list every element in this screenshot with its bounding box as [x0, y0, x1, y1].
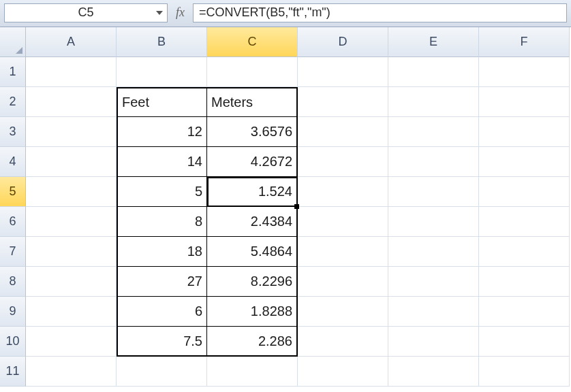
- cell-a10[interactable]: [26, 327, 117, 357]
- cell-c2[interactable]: Meters: [207, 87, 298, 117]
- cell-b2[interactable]: Feet: [117, 87, 207, 117]
- cell-d6[interactable]: [298, 207, 388, 237]
- cell-d9[interactable]: [298, 297, 388, 327]
- cell-b8[interactable]: 27: [117, 267, 207, 297]
- cell-c4[interactable]: 4.2672: [207, 147, 298, 177]
- row-head-7[interactable]: 7: [0, 237, 26, 267]
- row-head-4[interactable]: 4: [0, 147, 26, 177]
- select-all-corner[interactable]: [0, 27, 26, 57]
- cell-d2[interactable]: [298, 87, 388, 117]
- cell-c10[interactable]: 2.286: [207, 327, 298, 357]
- cell-f2[interactable]: [479, 87, 570, 117]
- formula-buttons: fx: [173, 5, 187, 20]
- fill-handle[interactable]: [294, 204, 299, 209]
- formula-text: =CONVERT(B5,"ft","m"): [199, 5, 330, 20]
- cell-c11[interactable]: [207, 357, 298, 387]
- cell-text: 2.4384: [251, 214, 292, 229]
- cell-d4[interactable]: [298, 147, 388, 177]
- cell-a1[interactable]: [26, 57, 117, 87]
- cell-e8[interactable]: [388, 267, 479, 297]
- cell-a8[interactable]: [26, 267, 117, 297]
- cell-e3[interactable]: [388, 117, 479, 147]
- row-head-2[interactable]: 2: [0, 87, 26, 117]
- fx-icon[interactable]: fx: [173, 5, 187, 20]
- formula-input[interactable]: =CONVERT(B5,"ft","m"): [193, 3, 567, 22]
- col-head-f[interactable]: F: [479, 27, 570, 57]
- cell-b11[interactable]: [117, 357, 207, 387]
- row-head-9[interactable]: 9: [0, 297, 26, 327]
- cell-d1[interactable]: [298, 57, 388, 87]
- cell-f11[interactable]: [479, 357, 570, 387]
- cell-a6[interactable]: [26, 207, 117, 237]
- cell-f7[interactable]: [479, 237, 570, 267]
- cell-e5[interactable]: [388, 177, 479, 207]
- cell-c7[interactable]: 5.4864: [207, 237, 298, 267]
- cell-b9[interactable]: 6: [117, 297, 207, 327]
- col-head-e[interactable]: E: [388, 27, 479, 57]
- cell-text: 27: [187, 274, 202, 289]
- cell-e6[interactable]: [388, 207, 479, 237]
- cell-f10[interactable]: [479, 327, 570, 357]
- cell-d10[interactable]: [298, 327, 388, 357]
- cell-f5[interactable]: [479, 177, 570, 207]
- cell-b5[interactable]: 5: [117, 177, 207, 207]
- cell-b4[interactable]: 14: [117, 147, 207, 177]
- cell-text: Meters: [211, 95, 253, 110]
- cell-a2[interactable]: [26, 87, 117, 117]
- cell-e1[interactable]: [388, 57, 479, 87]
- col-head-a[interactable]: A: [26, 27, 117, 57]
- cell-f4[interactable]: [479, 147, 570, 177]
- cell-a5[interactable]: [26, 177, 117, 207]
- cell-d3[interactable]: [298, 117, 388, 147]
- cell-text: 4.2672: [251, 154, 292, 169]
- row-head-10[interactable]: 10: [0, 327, 26, 357]
- cell-c5[interactable]: 1.524: [207, 177, 298, 207]
- cell-d5[interactable]: [298, 177, 388, 207]
- cell-text: 18: [187, 244, 202, 259]
- name-box-value: C5: [78, 5, 93, 20]
- cell-e10[interactable]: [388, 327, 479, 357]
- cell-f9[interactable]: [479, 297, 570, 327]
- col-head-d[interactable]: D: [298, 27, 388, 57]
- cell-e2[interactable]: [388, 87, 479, 117]
- cell-a4[interactable]: [26, 147, 117, 177]
- cell-b7[interactable]: 18: [117, 237, 207, 267]
- cell-f3[interactable]: [479, 117, 570, 147]
- cell-d11[interactable]: [298, 357, 388, 387]
- row-head-11[interactable]: 11: [0, 357, 26, 387]
- cell-f6[interactable]: [479, 207, 570, 237]
- row-head-1[interactable]: 1: [0, 57, 26, 87]
- cell-c9[interactable]: 1.8288: [207, 297, 298, 327]
- cell-a3[interactable]: [26, 117, 117, 147]
- cell-b3[interactable]: 12: [117, 117, 207, 147]
- row-head-6[interactable]: 6: [0, 207, 26, 237]
- cell-text: 8.2296: [251, 274, 292, 289]
- cell-e7[interactable]: [388, 237, 479, 267]
- cell-text: 3.6576: [251, 124, 292, 140]
- cell-f8[interactable]: [479, 267, 570, 297]
- cell-e4[interactable]: [388, 147, 479, 177]
- cell-d8[interactable]: [298, 267, 388, 297]
- cell-b6[interactable]: 8: [117, 207, 207, 237]
- cell-e11[interactable]: [388, 357, 479, 387]
- cell-c6[interactable]: 2.4384: [207, 207, 298, 237]
- row-head-5[interactable]: 5: [0, 177, 26, 207]
- cell-c1[interactable]: [207, 57, 298, 87]
- cell-f1[interactable]: [479, 57, 570, 87]
- cell-a9[interactable]: [26, 297, 117, 327]
- col-head-b[interactable]: B: [117, 27, 207, 57]
- cell-c3[interactable]: 3.6576: [207, 117, 298, 147]
- dropdown-icon[interactable]: [156, 11, 163, 15]
- cell-d7[interactable]: [298, 237, 388, 267]
- row-head-3[interactable]: 3: [0, 117, 26, 147]
- name-box[interactable]: C5: [4, 3, 168, 22]
- cell-e9[interactable]: [388, 297, 479, 327]
- cell-b1[interactable]: [117, 57, 207, 87]
- cell-a11[interactable]: [26, 357, 117, 387]
- cell-a7[interactable]: [26, 237, 117, 267]
- col-head-c[interactable]: C: [207, 27, 298, 57]
- cell-b10[interactable]: 7.5: [117, 327, 207, 357]
- row-head-8[interactable]: 8: [0, 267, 26, 297]
- formula-bar: C5 fx =CONVERT(B5,"ft","m"): [0, 0, 571, 27]
- cell-c8[interactable]: 8.2296: [207, 267, 298, 297]
